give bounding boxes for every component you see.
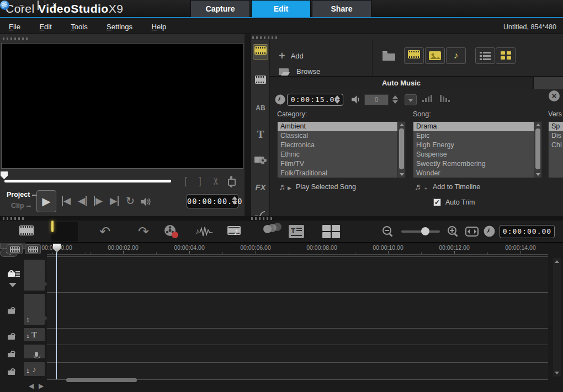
lock-all-tracks-icon[interactable] [8, 270, 15, 277]
duration-down[interactable] [334, 100, 340, 104]
undo-button[interactable]: ↶ [95, 223, 114, 240]
browse-button[interactable]: Browse [279, 67, 320, 76]
auto-music-tab[interactable]: Auto Music [270, 77, 533, 89]
sidebar-item-media[interactable] [253, 44, 268, 60]
category-scrollbar[interactable] [397, 122, 405, 178]
repeat-button[interactable]: ↻ [126, 195, 135, 207]
scroll-right-button[interactable]: ▶ [39, 382, 44, 390]
thumbnail-view-button[interactable] [496, 47, 516, 64]
scroll-down-icon[interactable] [400, 173, 404, 176]
subtitle-editor-button[interactable]: T [287, 223, 306, 240]
list-item[interactable]: Suspense [413, 150, 534, 159]
volume-down[interactable] [392, 100, 398, 104]
menu-settings[interactable]: Settings [107, 23, 132, 31]
scroll-left-button[interactable]: ◀ [29, 382, 34, 390]
list-item[interactable]: Electronica [278, 141, 397, 150]
auto-trim-checkbox[interactable]: ✓ Auto Trim [433, 198, 475, 206]
list-item[interactable]: Ethnic [278, 150, 397, 159]
music-track-header[interactable]: 1♪ [23, 362, 45, 377]
duration-up[interactable] [334, 95, 340, 99]
list-item[interactable]: High Energy [413, 141, 534, 150]
zoom-out-button[interactable] [379, 223, 397, 240]
prev-frame-button[interactable]: ◀ [78, 195, 87, 207]
storyboard-view-button[interactable] [17, 223, 36, 240]
duration-stepper[interactable] [334, 95, 340, 104]
enlarge-icon[interactable] [230, 177, 232, 187]
record-capture-button[interactable] [162, 223, 180, 240]
timeline-vscrollbar[interactable] [553, 258, 561, 377]
scrubber-handle[interactable] [1, 171, 8, 179]
auto-music-button[interactable]: ♪ [226, 223, 245, 240]
show-videos-button[interactable] [404, 47, 424, 64]
step-up[interactable] [232, 196, 237, 200]
volume-stepper[interactable] [392, 95, 398, 104]
music-track-lane[interactable] [47, 362, 548, 379]
play-selected-song-button[interactable]: ♬▶ Play Selected Song [279, 182, 356, 192]
project-mode-label[interactable]: Project [7, 191, 36, 198]
mark-out-button[interactable]: ] [199, 175, 201, 187]
volume-field[interactable]: 0 [364, 94, 389, 105]
timeline-zoom-slider[interactable] [401, 230, 440, 233]
video-track-header[interactable] [23, 259, 45, 291]
list-item[interactable]: Film/TV [278, 159, 397, 169]
panel-grip[interactable] [3, 37, 28, 40]
track-transparency-button[interactable] [254, 223, 273, 240]
show-music-button[interactable]: ♪ [446, 47, 466, 64]
tab-capture[interactable]: Capture [190, 0, 250, 17]
checkbox-icon[interactable]: ✓ [433, 198, 441, 206]
menu-help[interactable]: Help [152, 23, 167, 31]
sidebar-item-graphic[interactable] [253, 152, 268, 168]
volume-button[interactable] [141, 197, 152, 206]
scroll-thumb[interactable] [535, 128, 540, 169]
next-tab-stub[interactable] [534, 77, 563, 89]
sound-mixer-button[interactable]: ♪ [195, 223, 214, 240]
globe-icon[interactable] [0, 1, 9, 10]
play-button[interactable]: ▶ [36, 190, 56, 212]
sidebar-item-title[interactable]: T [253, 127, 268, 142]
list-item[interactable]: Wonder [413, 169, 534, 178]
panel-grip[interactable] [252, 36, 278, 39]
folder-up-button[interactable] [379, 47, 399, 64]
tab-share[interactable]: Share [312, 0, 371, 17]
add-to-timeline-button[interactable]: ♬＋ Add to Timeline [415, 182, 480, 192]
list-view-button[interactable] [475, 47, 495, 64]
collapse-tracks-icon[interactable] [9, 283, 17, 287]
preview-timecode[interactable]: 00:00:00.10 [187, 194, 238, 208]
timeline-hscrollbar-thumb[interactable] [66, 378, 137, 382]
sidebar-item-motion-path[interactable] [253, 206, 268, 216]
lock-title-track-icon[interactable] [8, 333, 15, 340]
volume-up[interactable] [392, 95, 398, 99]
close-panel-button[interactable]: × [549, 90, 560, 101]
scroll-up-icon[interactable] [536, 123, 540, 126]
list-item[interactable]: Classical [278, 131, 397, 141]
list-item[interactable]: Drama [413, 122, 534, 131]
zoom-in-button[interactable] [444, 223, 463, 240]
step-down[interactable] [232, 201, 237, 205]
video-track-lane[interactable] [47, 256, 548, 292]
scroll-down-icon[interactable] [555, 372, 559, 374]
scrubber-bar[interactable] [4, 180, 171, 182]
lock-voice-track-icon[interactable] [8, 351, 15, 357]
panel-grip[interactable] [251, 217, 273, 220]
scroll-thumb[interactable] [399, 128, 404, 169]
next-frame-button[interactable]: ▶ [94, 195, 103, 207]
overlay-track-lane[interactable] [47, 292, 548, 328]
title-track-header[interactable]: 1T [23, 327, 45, 342]
list-item[interactable]: Epic [413, 131, 534, 141]
fit-timeline-button[interactable] [463, 223, 481, 240]
menu-edit[interactable]: Edit [39, 23, 51, 31]
sidebar-item-transition[interactable]: AB [253, 100, 268, 116]
scroll-up-icon[interactable] [555, 260, 559, 263]
lock-overlay-track-icon[interactable] [8, 307, 15, 314]
fade-in-icon[interactable] [422, 95, 432, 102]
home-button[interactable]: ◀ [62, 195, 71, 207]
timeline-ruler[interactable]: 00:00:00.00 00:00:02.00 00:00:04.00 00:0… [47, 243, 548, 255]
list-item[interactable]: Chi [549, 141, 563, 150]
sidebar-item-instant-project[interactable] [253, 74, 268, 89]
list-item[interactable]: Sweetly Remembering [413, 159, 534, 169]
menu-tools[interactable]: Tools [71, 23, 87, 31]
list-item[interactable]: Sp [549, 122, 563, 131]
list-item[interactable]: Dis [549, 131, 563, 141]
clip-mode-label[interactable]: Clip [11, 202, 31, 210]
mark-in-button[interactable]: [ [184, 175, 187, 187]
